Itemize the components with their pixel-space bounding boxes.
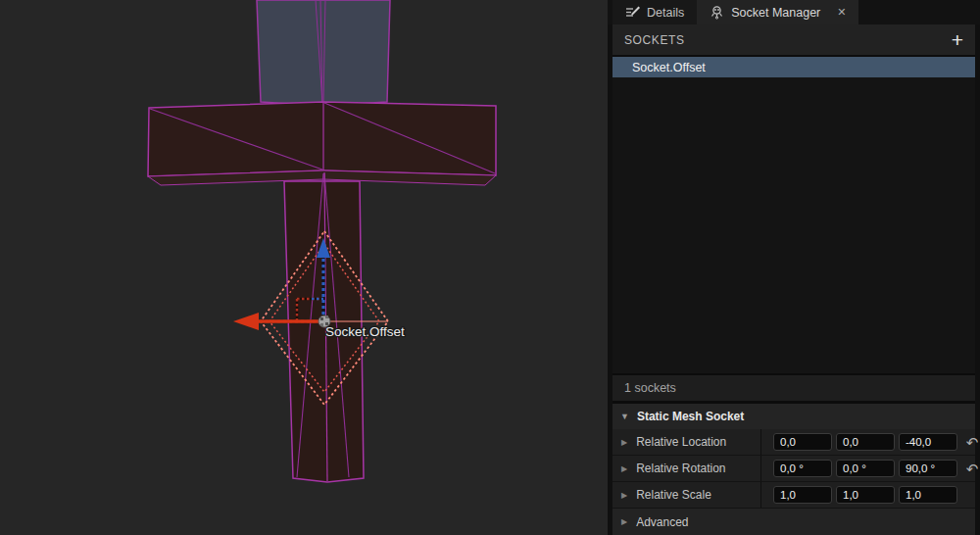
socket-list-item-selected[interactable]: Socket.Offset [612, 57, 975, 77]
scale-x-field[interactable] [773, 486, 832, 504]
rotation-x-field[interactable] [773, 460, 832, 477]
tab-details-label: Details [647, 6, 684, 20]
expander-icon: ▶ [621, 517, 627, 526]
socket-manager-window: Socket.Offset Details [0, 0, 980, 535]
chevron-down-icon: ▼ [620, 412, 629, 421]
close-tab-icon[interactable]: ✕ [837, 7, 846, 18]
relative-rotation-values [761, 456, 957, 481]
relative-scale-values [761, 482, 957, 508]
add-socket-button[interactable]: + [952, 31, 963, 49]
sword-blade [257, 0, 390, 106]
static-mesh-socket-section[interactable]: ▼ Static Mesh Socket [612, 401, 975, 429]
pencil-icon [625, 5, 640, 20]
sockets-header: SOCKETS + [612, 24, 975, 55]
relative-rotation-row: ▶ Relative Rotation ↶ [612, 456, 975, 482]
location-x-field[interactable] [773, 433, 832, 451]
tab-details[interactable]: Details [612, 0, 697, 24]
reset-to-default-icon[interactable]: ↶ [966, 462, 979, 476]
socket-count-status: 1 sockets [612, 373, 975, 401]
mesh-viewport[interactable]: Socket.Offset [0, 0, 608, 535]
panel-tab-bar: Details Socket Manager ✕ [608, 0, 980, 24]
viewport-canvas: Socket.Offset [0, 0, 608, 535]
sockets-title: SOCKETS [624, 33, 685, 47]
location-z-field[interactable] [899, 433, 957, 451]
scale-y-field[interactable] [836, 486, 895, 504]
location-reset-cell: ↶ [957, 429, 980, 455]
expander-icon[interactable]: ▶ [621, 491, 627, 500]
reset-to-default-icon[interactable]: ↶ [966, 435, 979, 450]
advanced-section[interactable]: ▶ Advanced [612, 509, 975, 535]
rotation-y-field[interactable] [836, 460, 895, 477]
relative-rotation-label[interactable]: ▶ Relative Rotation [612, 456, 761, 481]
section-title: Static Mesh Socket [637, 410, 744, 423]
rotation-reset-cell: ↶ [957, 456, 980, 481]
relative-location-row: ▶ Relative Location ↶ [612, 429, 975, 456]
tab-socket-manager[interactable]: Socket Manager ✕ [697, 0, 858, 24]
relative-scale-row: ▶ Relative Scale [612, 482, 975, 509]
location-y-field[interactable] [836, 433, 895, 451]
relative-scale-label[interactable]: ▶ Relative Scale [612, 482, 761, 508]
socket-manager-icon [710, 5, 724, 20]
socket-manager-panel: Details Socket Manager ✕ SOCKETS + [608, 0, 980, 535]
socket-count-text: 1 sockets [624, 381, 676, 395]
socket-name-label: Socket.Offset [325, 324, 405, 339]
relative-location-label[interactable]: ▶ Relative Location [612, 429, 761, 455]
expander-icon[interactable]: ▶ [621, 438, 627, 447]
expander-icon[interactable]: ▶ [621, 464, 627, 473]
relative-location-values [761, 429, 957, 455]
tab-socket-manager-label: Socket Manager [731, 6, 820, 20]
scale-reset-cell [957, 482, 980, 508]
rotation-z-field[interactable] [899, 460, 957, 477]
advanced-label: Advanced [636, 515, 688, 529]
socket-list-empty-area[interactable] [612, 77, 975, 373]
sword-crossguard [148, 102, 496, 185]
scale-z-field[interactable] [899, 486, 957, 504]
socket-list-item-label: Socket.Offset [632, 61, 706, 74]
